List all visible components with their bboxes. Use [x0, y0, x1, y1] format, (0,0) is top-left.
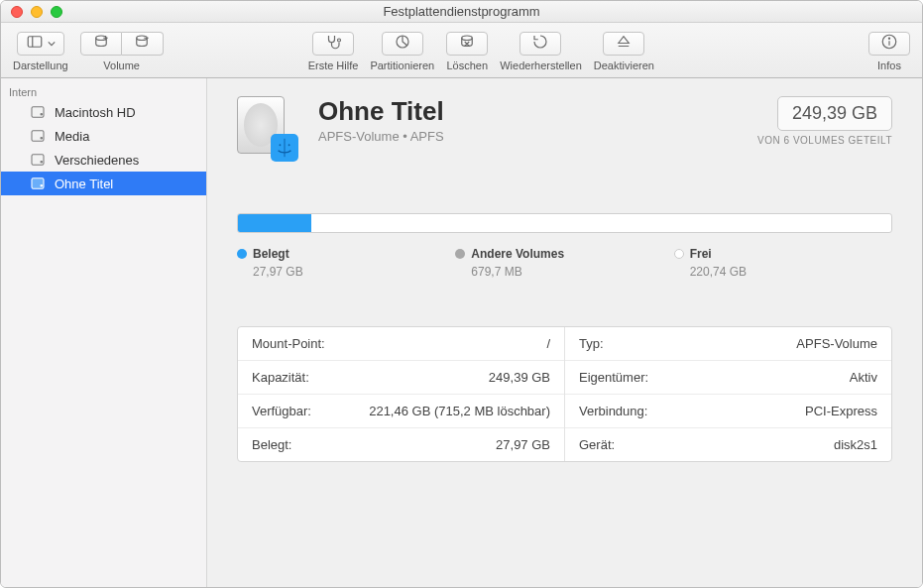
finder-badge-icon — [271, 134, 298, 162]
detail-row: Gerät:disk2s1 — [565, 428, 891, 461]
unmount-label: Deaktivieren — [594, 59, 654, 71]
volume-remove-button[interactable] — [122, 32, 164, 56]
capacity-badge: 249,39 GB — [777, 96, 892, 131]
erase-label: Löschen — [446, 59, 488, 71]
traffic-lights — [1, 6, 62, 18]
legend-other-label: Andere Volumes — [471, 247, 564, 261]
usage-seg-used — [238, 214, 311, 232]
svg-rect-14 — [32, 107, 44, 118]
svg-point-13 — [888, 38, 889, 39]
svg-rect-20 — [32, 178, 44, 189]
view-label: Darstellung — [13, 59, 68, 71]
legend-used-label: Belegt — [253, 247, 289, 261]
restore-label: Wiederherstellen — [500, 59, 582, 71]
svg-point-7 — [338, 39, 341, 42]
minimize-button[interactable] — [31, 6, 43, 18]
zoom-button[interactable] — [51, 6, 62, 18]
sidebar-item-verschiedenes[interactable]: Verschiedenes — [1, 148, 206, 172]
legend-other-value: 679,7 MB — [471, 265, 673, 279]
svg-point-15 — [41, 114, 43, 116]
dot-used — [237, 249, 247, 259]
toolbar-partition-group: Partitionieren — [370, 32, 434, 71]
info-icon — [880, 33, 898, 54]
svg-point-23 — [280, 144, 282, 146]
volume-label: Volume — [103, 59, 140, 71]
window: Festplattendienstprogramm Darstellung — [0, 0, 923, 588]
toolbar-restore-group: Wiederherstellen — [500, 32, 582, 71]
volume-subtitle: APFS-Volume • APFS — [318, 129, 757, 144]
toolbar-first-aid-group: Erste Hilfe — [308, 32, 359, 71]
content: Intern Macintosh HD Media Verschiedenes — [1, 78, 922, 587]
legend-other: Andere Volumes 679,7 MB — [455, 247, 673, 279]
erase-button[interactable] — [446, 32, 488, 56]
volume-icon — [237, 96, 300, 160]
details-left: Mount-Point:/ Kapazität:249,39 GB Verfüg… — [238, 327, 565, 461]
detail-row: Mount-Point:/ — [238, 327, 564, 361]
volume-add-button[interactable] — [80, 32, 122, 56]
legend-free: Frei 220,74 GB — [674, 247, 892, 279]
sidebar-item-label: Media — [55, 129, 89, 144]
dot-other — [455, 249, 465, 259]
window-title: Festplattendienstprogramm — [1, 4, 922, 19]
unmount-button[interactable] — [603, 32, 644, 56]
dot-free — [674, 249, 684, 259]
detail-row: Kapazität:249,39 GB — [238, 361, 564, 395]
legend-used: Belegt 27,97 GB — [237, 247, 455, 279]
close-button[interactable] — [11, 6, 23, 18]
first-aid-label: Erste Hilfe — [308, 59, 359, 71]
drive-icon — [29, 103, 47, 121]
sidebar-item-label: Macintosh HD — [55, 105, 136, 120]
drive-icon — [29, 175, 47, 192]
capacity-box: 249,39 GB VON 6 VOLUMES GETEILT — [757, 96, 892, 146]
toolbar-info-group: Infos — [868, 32, 910, 71]
info-button[interactable] — [868, 32, 910, 56]
volume-remove-icon — [133, 33, 151, 54]
detail-row: Eigentümer:Aktiv — [565, 361, 891, 395]
toolbar-volume-group: Volume — [80, 32, 164, 71]
eject-icon — [615, 33, 633, 54]
volume-name: Ohne Titel — [318, 96, 757, 127]
volume-title-block: Ohne Titel APFS-Volume • APFS — [318, 96, 757, 144]
sidebar-item-macintosh-hd[interactable]: Macintosh HD — [1, 100, 206, 124]
legend-free-value: 220,74 GB — [690, 265, 892, 279]
svg-point-21 — [41, 185, 43, 187]
toolbar-erase-group: Löschen — [446, 32, 488, 71]
pie-icon — [394, 33, 411, 54]
svg-point-19 — [41, 162, 43, 164]
sidebar-item-label: Verschiedenes — [55, 153, 139, 168]
first-aid-button[interactable] — [312, 32, 354, 56]
restore-icon — [531, 33, 549, 54]
volume-header: Ohne Titel APFS-Volume • APFS 249,39 GB … — [237, 96, 892, 160]
legend-free-label: Frei — [690, 247, 712, 261]
drive-icon — [29, 151, 47, 169]
usage-bar — [237, 213, 892, 233]
partition-label: Partitionieren — [370, 59, 434, 71]
toolbar: Darstellung Volume — [1, 23, 922, 78]
svg-point-24 — [288, 144, 290, 146]
stethoscope-icon — [324, 33, 342, 54]
legend-used-value: 27,97 GB — [253, 265, 455, 279]
toolbar-unmount-group: Deaktivieren — [594, 32, 654, 71]
detail-row: Typ:APFS-Volume — [565, 327, 891, 361]
svg-point-17 — [41, 138, 43, 140]
usage-legend: Belegt 27,97 GB Andere Volumes 679,7 MB … — [237, 247, 892, 279]
partition-button[interactable] — [382, 32, 423, 56]
usage-section: Belegt 27,97 GB Andere Volumes 679,7 MB … — [237, 213, 892, 279]
sidebar: Intern Macintosh HD Media Verschiedenes — [1, 78, 207, 587]
svg-point-9 — [462, 36, 473, 41]
sidebar-item-ohne-titel[interactable]: Ohne Titel — [1, 172, 206, 195]
erase-icon — [458, 33, 476, 54]
volume-add-icon — [92, 33, 110, 54]
view-button[interactable] — [17, 32, 64, 56]
sidebar-section-header: Intern — [1, 82, 206, 100]
sidebar-icon — [26, 33, 44, 54]
svg-rect-18 — [32, 155, 44, 166]
details-right: Typ:APFS-Volume Eigentümer:Aktiv Verbind… — [565, 327, 891, 461]
sidebar-item-label: Ohne Titel — [55, 176, 113, 191]
detail-row: Belegt:27,97 GB — [238, 428, 564, 461]
main-panel: Ohne Titel APFS-Volume • APFS 249,39 GB … — [207, 78, 922, 587]
restore-button[interactable] — [519, 32, 561, 56]
sidebar-item-media[interactable]: Media — [1, 124, 206, 148]
detail-row: Verbindung:PCI-Express — [565, 395, 891, 428]
capacity-sub: VON 6 VOLUMES GETEILT — [757, 135, 892, 146]
